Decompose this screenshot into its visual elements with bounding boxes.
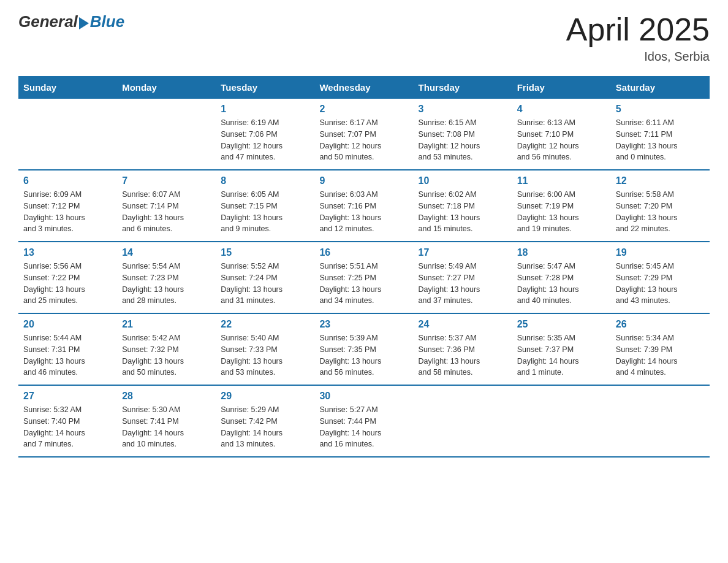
calendar-cell: 23Sunrise: 5:39 AMSunset: 7:35 PMDayligh… [314, 313, 413, 385]
calendar-cell: 28Sunrise: 5:30 AMSunset: 7:41 PMDayligh… [117, 385, 216, 457]
calendar-cell [18, 99, 117, 170]
day-info: Sunrise: 6:19 AMSunset: 7:06 PMDaylight:… [221, 117, 309, 163]
day-info: Sunrise: 6:15 AMSunset: 7:08 PMDaylight:… [419, 117, 507, 163]
weekday-header-row: SundayMondayTuesdayWednesdayThursdayFrid… [18, 76, 710, 99]
month-title: April 2025 [566, 12, 710, 47]
day-number: 7 [122, 175, 211, 186]
day-info: Sunrise: 6:13 AMSunset: 7:10 PMDaylight:… [517, 117, 606, 163]
day-info: Sunrise: 5:35 AMSunset: 7:37 PMDaylight:… [517, 332, 606, 378]
calendar-cell: 24Sunrise: 5:37 AMSunset: 7:36 PMDayligh… [414, 313, 512, 385]
day-info: Sunrise: 6:07 AMSunset: 7:14 PMDaylight:… [122, 189, 211, 235]
calendar-cell: 7Sunrise: 6:07 AMSunset: 7:14 PMDaylight… [117, 170, 216, 242]
day-info: Sunrise: 6:09 AMSunset: 7:12 PMDaylight:… [23, 189, 112, 235]
day-number: 10 [419, 175, 507, 186]
calendar-cell: 15Sunrise: 5:52 AMSunset: 7:24 PMDayligh… [216, 242, 314, 313]
day-number: 1 [221, 104, 309, 115]
day-number: 15 [221, 247, 309, 258]
logo-arrow-icon [79, 17, 89, 29]
logo-blue-text: Blue [90, 12, 124, 31]
calendar-cell: 6Sunrise: 6:09 AMSunset: 7:12 PMDaylight… [18, 170, 117, 242]
day-number: 22 [221, 319, 309, 330]
day-info: Sunrise: 5:58 AMSunset: 7:20 PMDaylight:… [616, 189, 705, 235]
day-number: 5 [616, 104, 705, 115]
day-number: 13 [23, 247, 112, 258]
calendar-cell: 12Sunrise: 5:58 AMSunset: 7:20 PMDayligh… [611, 170, 710, 242]
day-number: 4 [517, 104, 606, 115]
day-number: 24 [419, 319, 507, 330]
day-number: 11 [517, 175, 606, 186]
day-info: Sunrise: 5:27 AMSunset: 7:44 PMDaylight:… [319, 404, 408, 450]
calendar-cell: 3Sunrise: 6:15 AMSunset: 7:08 PMDaylight… [414, 99, 512, 170]
weekday-header-tuesday: Tuesday [216, 76, 314, 99]
calendar-cell: 10Sunrise: 6:02 AMSunset: 7:18 PMDayligh… [414, 170, 512, 242]
calendar-cell: 9Sunrise: 6:03 AMSunset: 7:16 PMDaylight… [314, 170, 413, 242]
day-info: Sunrise: 5:37 AMSunset: 7:36 PMDaylight:… [419, 332, 507, 378]
day-info: Sunrise: 6:05 AMSunset: 7:15 PMDaylight:… [221, 189, 309, 235]
calendar-cell [117, 99, 216, 170]
calendar-cell: 2Sunrise: 6:17 AMSunset: 7:07 PMDaylight… [314, 99, 413, 170]
day-number: 2 [319, 104, 408, 115]
calendar-week-row: 1Sunrise: 6:19 AMSunset: 7:06 PMDaylight… [18, 99, 710, 170]
day-number: 26 [616, 319, 705, 330]
day-info: Sunrise: 5:40 AMSunset: 7:33 PMDaylight:… [221, 332, 309, 378]
calendar-table: SundayMondayTuesdayWednesdayThursdayFrid… [18, 76, 710, 458]
day-info: Sunrise: 5:52 AMSunset: 7:24 PMDaylight:… [221, 261, 309, 307]
day-info: Sunrise: 6:17 AMSunset: 7:07 PMDaylight:… [319, 117, 408, 163]
calendar-cell: 22Sunrise: 5:40 AMSunset: 7:33 PMDayligh… [216, 313, 314, 385]
day-info: Sunrise: 5:29 AMSunset: 7:42 PMDaylight:… [221, 404, 309, 450]
calendar-cell: 26Sunrise: 5:34 AMSunset: 7:39 PMDayligh… [611, 313, 710, 385]
day-number: 29 [221, 391, 309, 402]
calendar-cell: 13Sunrise: 5:56 AMSunset: 7:22 PMDayligh… [18, 242, 117, 313]
logo: General Blue [18, 12, 124, 31]
day-number: 18 [517, 247, 606, 258]
day-info: Sunrise: 5:45 AMSunset: 7:29 PMDaylight:… [616, 261, 705, 307]
day-number: 9 [319, 175, 408, 186]
calendar-cell: 14Sunrise: 5:54 AMSunset: 7:23 PMDayligh… [117, 242, 216, 313]
day-info: Sunrise: 6:02 AMSunset: 7:18 PMDaylight:… [419, 189, 507, 235]
weekday-header-thursday: Thursday [414, 76, 512, 99]
day-number: 25 [517, 319, 606, 330]
day-number: 28 [122, 391, 211, 402]
day-number: 14 [122, 247, 211, 258]
calendar-week-row: 27Sunrise: 5:32 AMSunset: 7:40 PMDayligh… [18, 385, 710, 457]
logo-general-text: General [18, 12, 78, 31]
day-info: Sunrise: 5:47 AMSunset: 7:28 PMDaylight:… [517, 261, 606, 307]
day-info: Sunrise: 5:51 AMSunset: 7:25 PMDaylight:… [319, 261, 408, 307]
calendar-cell [414, 385, 512, 457]
day-number: 17 [419, 247, 507, 258]
weekday-header-monday: Monday [117, 76, 216, 99]
calendar-week-row: 6Sunrise: 6:09 AMSunset: 7:12 PMDaylight… [18, 170, 710, 242]
calendar-cell: 4Sunrise: 6:13 AMSunset: 7:10 PMDaylight… [512, 99, 611, 170]
weekday-header-saturday: Saturday [611, 76, 710, 99]
calendar-cell: 11Sunrise: 6:00 AMSunset: 7:19 PMDayligh… [512, 170, 611, 242]
day-info: Sunrise: 5:34 AMSunset: 7:39 PMDaylight:… [616, 332, 705, 378]
day-number: 23 [319, 319, 408, 330]
day-number: 27 [23, 391, 112, 402]
day-info: Sunrise: 5:44 AMSunset: 7:31 PMDaylight:… [23, 332, 112, 378]
day-number: 20 [23, 319, 112, 330]
title-area: April 2025 Idos, Serbia [566, 12, 710, 64]
calendar-cell: 1Sunrise: 6:19 AMSunset: 7:06 PMDaylight… [216, 99, 314, 170]
calendar-cell: 8Sunrise: 6:05 AMSunset: 7:15 PMDaylight… [216, 170, 314, 242]
weekday-header-wednesday: Wednesday [314, 76, 413, 99]
calendar-cell: 20Sunrise: 5:44 AMSunset: 7:31 PMDayligh… [18, 313, 117, 385]
day-number: 16 [319, 247, 408, 258]
day-number: 21 [122, 319, 211, 330]
calendar-cell [611, 385, 710, 457]
day-number: 19 [616, 247, 705, 258]
day-info: Sunrise: 5:39 AMSunset: 7:35 PMDaylight:… [319, 332, 408, 378]
day-number: 3 [419, 104, 507, 115]
day-info: Sunrise: 6:00 AMSunset: 7:19 PMDaylight:… [517, 189, 606, 235]
weekday-header-friday: Friday [512, 76, 611, 99]
calendar-cell: 16Sunrise: 5:51 AMSunset: 7:25 PMDayligh… [314, 242, 413, 313]
day-info: Sunrise: 5:42 AMSunset: 7:32 PMDaylight:… [122, 332, 211, 378]
day-info: Sunrise: 5:49 AMSunset: 7:27 PMDaylight:… [419, 261, 507, 307]
day-number: 30 [319, 391, 408, 402]
day-info: Sunrise: 5:56 AMSunset: 7:22 PMDaylight:… [23, 261, 112, 307]
weekday-header-sunday: Sunday [18, 76, 117, 99]
calendar-cell: 5Sunrise: 6:11 AMSunset: 7:11 PMDaylight… [611, 99, 710, 170]
day-info: Sunrise: 5:30 AMSunset: 7:41 PMDaylight:… [122, 404, 211, 450]
calendar-cell [512, 385, 611, 457]
calendar-cell: 27Sunrise: 5:32 AMSunset: 7:40 PMDayligh… [18, 385, 117, 457]
calendar-week-row: 20Sunrise: 5:44 AMSunset: 7:31 PMDayligh… [18, 313, 710, 385]
